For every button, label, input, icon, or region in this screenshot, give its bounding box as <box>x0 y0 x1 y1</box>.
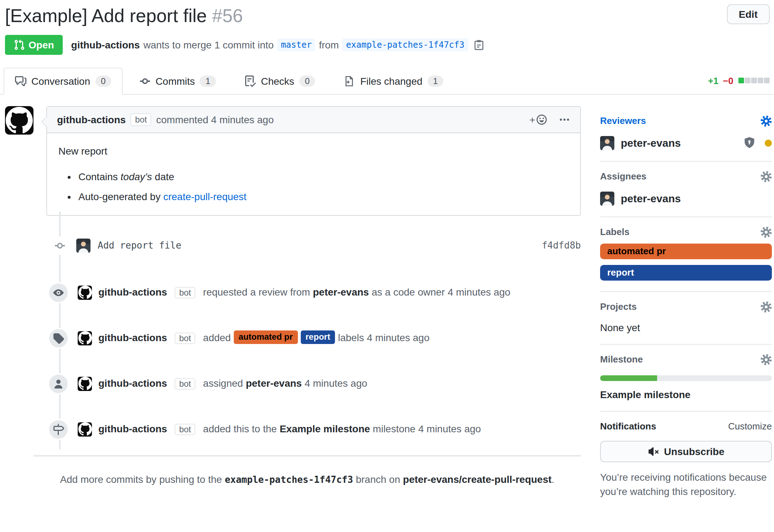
reviewer-link[interactable]: peter-evans <box>313 287 369 298</box>
label-chip-automated-pr[interactable]: automated pr <box>233 331 298 344</box>
comment-body: New report Contains today’s date Auto-ge… <box>47 133 580 215</box>
tab-label: Files changed <box>360 75 422 87</box>
bot-badge: bot <box>175 424 195 435</box>
push-commits-note: Add more commits by pushing to the examp… <box>33 455 581 485</box>
page-title: [Example] Add report file #56 <box>5 4 727 27</box>
label-chip-automated-pr[interactable]: automated pr <box>600 243 772 259</box>
discussion-column: github-actions bot commented 4 minutes a… <box>5 106 581 509</box>
milestone-name-link[interactable]: Example milestone <box>600 388 772 400</box>
note-branch-name: example-patches-1f47cf3 <box>225 474 353 485</box>
comment-header: github-actions bot commented 4 minutes a… <box>47 106 580 133</box>
comment-card: github-actions bot commented 4 minutes a… <box>46 106 581 215</box>
create-pull-request-link[interactable]: create-pull-request <box>163 191 246 202</box>
kebab-menu-button[interactable] <box>559 114 570 125</box>
git-commit-icon <box>140 75 150 87</box>
edit-button[interactable]: Edit <box>727 4 770 24</box>
review-status-icons <box>743 137 772 149</box>
labels-heading[interactable]: Labels <box>600 226 772 238</box>
gear-icon[interactable] <box>760 301 772 312</box>
pr-meta-action: wants to merge 1 commit into <box>143 39 274 50</box>
reviewer-row[interactable]: peter-evans <box>600 136 772 150</box>
user-photo-avatar <box>600 191 614 205</box>
sidebar-section-labels: Labels automated pr report <box>600 217 772 292</box>
timestamp-link[interactable]: 4 minutes ago <box>305 378 367 389</box>
diffstat[interactable]: +1 −0 <box>708 75 770 86</box>
note-repo-name: peter-evans/create-pull-request <box>403 473 552 485</box>
head-branch-label: example-patches-1f47cf3 <box>342 38 468 51</box>
gear-icon[interactable] <box>760 115 772 126</box>
notifications-description: You’re receiving notifications because y… <box>600 470 772 499</box>
reviewer-name[interactable]: peter-evans <box>621 137 681 149</box>
assignee-link[interactable]: peter-evans <box>246 378 302 389</box>
pr-author-link[interactable]: github-actions <box>71 39 140 50</box>
assignees-heading[interactable]: Assignees <box>600 171 772 182</box>
timestamp-link[interactable]: 4 minutes ago <box>448 287 510 298</box>
customize-link[interactable]: Customize <box>728 421 772 431</box>
event-actor-link[interactable]: github-actions <box>98 378 167 389</box>
shield-lock-icon <box>743 137 755 149</box>
event-text-part: labels <box>338 332 364 344</box>
comment-meta[interactable]: commented 4 minutes ago <box>156 114 274 125</box>
avatar[interactable] <box>78 376 92 391</box>
commit-message-link[interactable]: Add report file <box>98 240 181 251</box>
avatar[interactable] <box>78 285 92 299</box>
pull-request-icon <box>14 39 25 50</box>
projects-heading[interactable]: Projects <box>600 301 772 312</box>
avatar[interactable] <box>76 238 91 252</box>
kebab-icon <box>559 114 570 125</box>
gear-icon[interactable] <box>760 354 772 365</box>
avatar[interactable] <box>78 331 92 345</box>
gear-icon[interactable] <box>760 226 772 238</box>
milestone-heading[interactable]: Milestone <box>600 354 772 365</box>
pr-meta-from: from <box>319 39 339 50</box>
timeline-event-review-requested: github-actions bot requested a review fr… <box>5 270 581 315</box>
diffstat-block-neutral <box>758 78 763 83</box>
mute-icon <box>647 445 659 457</box>
gear-icon[interactable] <box>760 171 772 182</box>
comment-paragraph: New report <box>58 144 569 158</box>
comment-bullet: Auto-generated by create-pull-request <box>78 189 569 204</box>
avatar[interactable] <box>5 106 33 134</box>
bot-badge: bot <box>175 333 195 344</box>
diffstat-additions: +1 <box>708 75 719 86</box>
event-actor-link[interactable]: github-actions <box>98 423 167 435</box>
comment-author-link[interactable]: github-actions <box>57 114 126 125</box>
assignee-name[interactable]: peter-evans <box>621 192 681 204</box>
commit-sha-link[interactable]: f4dfd8b <box>542 240 581 251</box>
diffstat-deletions: −0 <box>723 75 733 86</box>
tab-conversation[interactable]: Conversation 0 <box>4 67 123 94</box>
avatar[interactable] <box>78 422 92 436</box>
unsubscribe-button[interactable]: Unsubscribe <box>600 440 772 462</box>
assignee-row[interactable]: peter-evans <box>600 191 772 205</box>
section-title: Notifications <box>600 421 656 431</box>
tab-label: Commits <box>155 75 195 87</box>
event-actor-link[interactable]: github-actions <box>98 332 167 344</box>
bullet-text: date <box>155 171 174 182</box>
copy-branch-button[interactable] <box>473 39 484 50</box>
timestamp-link[interactable]: 4 minutes ago <box>367 332 429 344</box>
bullet-text: Auto-generated by <box>78 191 160 202</box>
timestamp-link[interactable]: 4 minutes ago <box>418 423 481 435</box>
event-actor-link[interactable]: github-actions <box>98 287 167 298</box>
section-title: Milestone <box>600 354 643 365</box>
milestone-link[interactable]: Example milestone <box>280 423 370 435</box>
tab-files-changed[interactable]: Files changed 1 <box>332 67 455 94</box>
reviewers-heading[interactable]: Reviewers <box>600 115 772 126</box>
add-reaction-button[interactable]: + <box>530 114 547 125</box>
pr-status-row: Open github-actions wants to merge 1 com… <box>5 35 770 54</box>
event-text-part: added <box>203 332 231 344</box>
tab-commits[interactable]: Commits 1 <box>128 67 227 94</box>
tab-label: Conversation <box>31 75 90 87</box>
label-chip-report[interactable]: report <box>600 265 772 280</box>
section-title: Labels <box>600 226 629 237</box>
comment-actions: + <box>530 114 570 125</box>
eye-icon <box>48 282 69 303</box>
section-title: Assignees <box>600 171 646 182</box>
pr-number: #56 <box>212 5 243 26</box>
unsubscribe-label: Unsubscribe <box>664 445 724 457</box>
label-chip-report[interactable]: report <box>300 331 335 344</box>
tab-checks[interactable]: Checks 0 <box>233 67 327 94</box>
tab-count: 1 <box>200 75 216 87</box>
event-text-part: milestone <box>373 423 416 435</box>
bot-badge: bot <box>131 113 151 126</box>
